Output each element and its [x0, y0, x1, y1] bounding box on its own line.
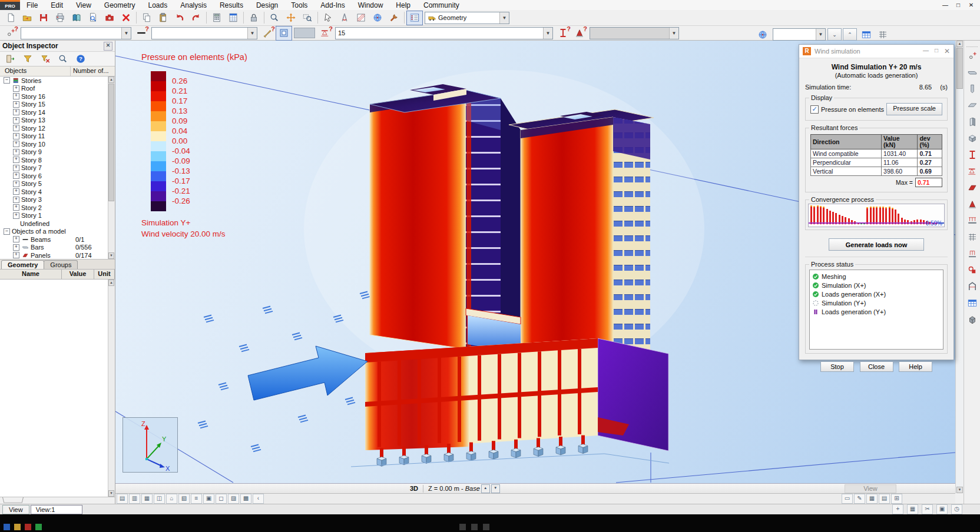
- expand-icon[interactable]: +: [13, 181, 19, 187]
- print-icon[interactable]: [52, 11, 68, 25]
- taskbar-icon[interactable]: [4, 524, 10, 530]
- layout-grid-icon[interactable]: [875, 27, 891, 42]
- search-icon[interactable]: [55, 52, 71, 66]
- scroll-up-icon[interactable]: ▲: [108, 77, 114, 83]
- save-icon[interactable]: [35, 11, 52, 25]
- level-up-icon[interactable]: ▲: [481, 484, 490, 493]
- print-preview-icon[interactable]: [85, 11, 101, 25]
- tree-item-story-8[interactable]: +Story 8: [0, 156, 115, 164]
- tree-item-story-10[interactable]: +Story 10: [0, 140, 115, 148]
- tree-item-roof[interactable]: +Roof: [0, 85, 115, 93]
- solid-icon[interactable]: [965, 312, 980, 327]
- mesh-icon[interactable]: ▥: [129, 494, 140, 504]
- column-unit[interactable]: Unit: [94, 270, 115, 279]
- release-query-icon[interactable]: ?: [571, 26, 588, 41]
- menu-geometry[interactable]: Geometry: [98, 1, 142, 10]
- list-icon[interactable]: ▣: [203, 494, 214, 504]
- tree-item-story-12[interactable]: +Story 12: [0, 124, 115, 132]
- scroll-up-icon[interactable]: ⌃: [843, 28, 857, 41]
- property-table-scrollbar[interactable]: ▲ ▼: [108, 280, 115, 497]
- taskbar-icon[interactable]: [471, 524, 478, 530]
- expand-icon[interactable]: +: [13, 109, 19, 115]
- close-button[interactable]: Close: [860, 361, 893, 372]
- taskbar-icon[interactable]: [25, 524, 31, 530]
- tree-item-objects-of-a-model[interactable]: −Objects of a model: [0, 228, 115, 236]
- help-icon[interactable]: [73, 52, 88, 66]
- column-objects[interactable]: Objects: [0, 66, 71, 76]
- brush-query-icon[interactable]: ?: [259, 26, 276, 41]
- foundation-icon[interactable]: [965, 197, 980, 212]
- collapse-icon[interactable]: [2, 52, 18, 66]
- taskbar-icon[interactable]: [459, 524, 466, 530]
- render-view-icon[interactable]: [754, 27, 771, 42]
- grid-snap-icon[interactable]: ▦: [141, 494, 153, 504]
- calendar-icon[interactable]: ▨: [228, 494, 239, 504]
- undo-icon[interactable]: [171, 11, 188, 25]
- blank-icon[interactable]: ◻: [216, 494, 227, 504]
- column-number-of[interactable]: Number of...: [71, 66, 115, 76]
- expand-icon[interactable]: +: [13, 93, 19, 99]
- tab-groups[interactable]: Groups: [44, 260, 78, 269]
- expand-icon[interactable]: +: [13, 157, 19, 163]
- pencil-icon[interactable]: ✎: [854, 494, 865, 504]
- paste-icon[interactable]: [155, 11, 171, 25]
- node-query-icon[interactable]: ?: [2, 26, 19, 41]
- tree-item-story-15[interactable]: +Story 15: [0, 101, 115, 109]
- taskbar-icon[interactable]: [483, 524, 489, 530]
- menu-design[interactable]: Design: [250, 1, 284, 10]
- taskbar-icon[interactable]: [14, 524, 21, 530]
- tree-item-story-7[interactable]: +Story 7: [0, 164, 115, 172]
- expand-icon[interactable]: +: [13, 197, 19, 203]
- tree-item-story-9[interactable]: +Story 9: [0, 148, 115, 157]
- grid-icon[interactable]: ▦: [907, 504, 918, 514]
- tree-item-story-2[interactable]: +Story 2: [0, 204, 115, 212]
- section-query-icon[interactable]: ?: [555, 26, 571, 41]
- pressure-checkbox[interactable]: ✓: [810, 105, 819, 114]
- wall-icon[interactable]: [965, 114, 980, 129]
- tables-icon[interactable]: ▤: [879, 494, 890, 504]
- minimize-icon[interactable]: —: [923, 47, 929, 55]
- tab-view[interactable]: View: [2, 505, 29, 514]
- menu-results[interactable]: Results: [213, 1, 250, 10]
- preferences-icon[interactable]: [386, 11, 402, 25]
- expand-icon[interactable]: +: [13, 133, 19, 139]
- expand-icon[interactable]: +: [13, 236, 19, 242]
- link-icon[interactable]: [965, 262, 980, 278]
- pan-icon[interactable]: [283, 11, 299, 25]
- delete-icon[interactable]: [118, 11, 134, 25]
- section-hatch-icon[interactable]: [353, 11, 369, 25]
- menu-edit[interactable]: Edit: [44, 1, 69, 10]
- calculation-results-icon[interactable]: [225, 11, 241, 25]
- scroll-up-icon[interactable]: ▲: [956, 41, 963, 47]
- matrix-icon[interactable]: ▩: [240, 494, 251, 504]
- lock-icon[interactable]: [246, 11, 262, 25]
- panel-display-icon[interactable]: [276, 26, 292, 41]
- table-icon[interactable]: [965, 295, 980, 311]
- i-section-icon[interactable]: [965, 147, 980, 162]
- menu-file[interactable]: File: [20, 1, 44, 10]
- copy-icon[interactable]: [138, 11, 155, 25]
- node-icon[interactable]: [965, 48, 980, 64]
- toolbar-grip[interactable]: [966, 42, 978, 47]
- expand-icon[interactable]: +: [13, 101, 19, 108]
- expand-icon[interactable]: +: [13, 172, 19, 179]
- calculator-icon[interactable]: [208, 11, 225, 25]
- tree-scrollbar[interactable]: ▲▼: [108, 77, 115, 259]
- help-button[interactable]: Help: [899, 361, 932, 372]
- menu-tools[interactable]: Tools: [284, 1, 314, 10]
- zoom-window-icon[interactable]: [299, 11, 316, 25]
- selection-icon[interactable]: ▭: [842, 494, 853, 504]
- tree-item-story-11[interactable]: +Story 11: [0, 132, 115, 141]
- pressure-scale-button[interactable]: Pressure scale: [886, 103, 942, 115]
- expand-icon[interactable]: +: [13, 149, 19, 155]
- expand-icon[interactable]: +: [13, 244, 19, 251]
- maximize-icon[interactable]: □: [953, 2, 964, 8]
- app-logo[interactable]: PRO: [0, 0, 20, 10]
- open-icon[interactable]: [19, 11, 35, 25]
- scroll-thumb[interactable]: [956, 48, 963, 89]
- display-icon[interactable]: ▣: [936, 504, 948, 514]
- layout-selector[interactable]: Geometry ▼: [425, 12, 509, 24]
- menu-loads[interactable]: Loads: [142, 1, 174, 10]
- scroll-thumb[interactable]: [108, 84, 114, 201]
- tree-item-story-14[interactable]: +Story 14: [0, 108, 115, 117]
